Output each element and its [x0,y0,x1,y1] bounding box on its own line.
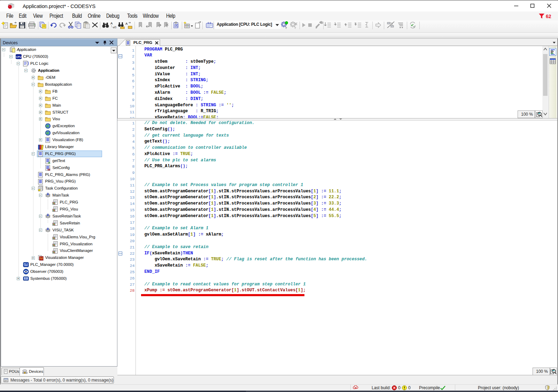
svg-text:A: A [125,22,128,25]
svg-text:M: M [48,168,51,171]
svg-text:A: A [110,22,113,25]
svg-text:PLC: PLC [24,263,28,265]
svg-text:CPU: CPU [16,55,21,59]
svg-text:A: A [48,161,51,164]
svg-text:B: B [114,25,117,29]
